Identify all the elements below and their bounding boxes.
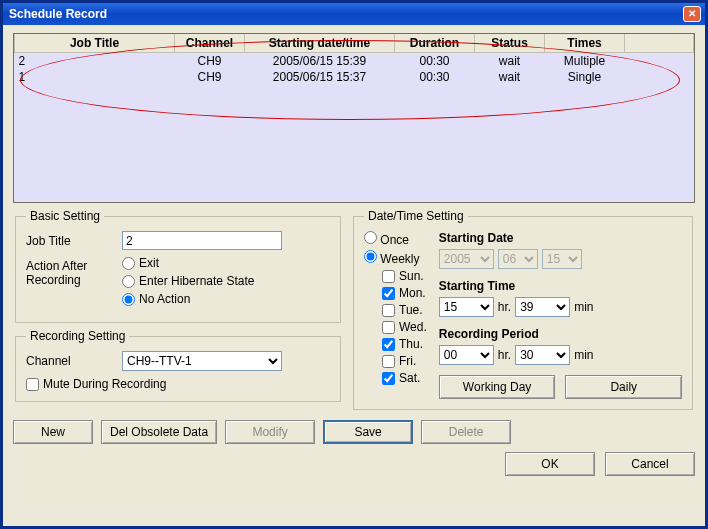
chk-tue[interactable]: Tue. [382,303,427,317]
col-channel[interactable]: Channel [175,34,245,53]
schedule-table: Job Title Channel Starting date/time Dur… [13,33,695,203]
action-after-label: Action After Recording [26,256,116,287]
chk-wed[interactable]: Wed. [382,320,427,334]
cell-duration: 00:30 [395,53,475,70]
minute-select[interactable]: 39 [515,297,570,317]
cell-job-title: 1 [15,69,175,85]
content-area: Job Title Channel Starting date/time Dur… [3,25,705,526]
cell-status: wait [475,53,545,70]
table-row[interactable]: 1 CH9 2005/06/15 15:37 00:30 wait Single [15,69,694,85]
window-title: Schedule Record [7,7,683,21]
hour-select[interactable]: 15 [439,297,494,317]
radio-no-action[interactable]: No Action [122,292,254,306]
year-select: 2005 [439,249,494,269]
cell-channel: CH9 [175,69,245,85]
cell-channel: CH9 [175,53,245,70]
chk-fri[interactable]: Fri. [382,354,427,368]
titlebar: Schedule Record ✕ [3,3,705,25]
del-obsolete-button[interactable]: Del Obsolete Data [101,420,217,444]
basic-setting-group: Basic Setting Job Title Action After Rec… [15,209,341,323]
daily-button[interactable]: Daily [565,375,682,399]
recording-period-label: Recording Period [439,327,682,341]
col-job-title[interactable]: Job Title [15,34,175,53]
ok-button[interactable]: OK [505,452,595,476]
min-label-2: min [574,348,593,362]
cell-status: wait [475,69,545,85]
chk-mon[interactable]: Mon. [382,286,427,300]
radio-weekly[interactable]: Weekly [364,250,427,266]
chk-sat[interactable]: Sat. [382,371,427,385]
radio-once[interactable]: Once [364,231,427,247]
window: Schedule Record ✕ Job Title Channel Star… [0,0,708,529]
channel-select[interactable]: CH9--TTV-1 [122,351,282,371]
period-min-select[interactable]: 30 [515,345,570,365]
cell-job-title: 2 [15,53,175,70]
col-spacer [625,34,694,53]
day-select: 15 [542,249,582,269]
cell-times: Multiple [545,53,625,70]
radio-exit[interactable]: Exit [122,256,254,270]
working-day-button[interactable]: Working Day [439,375,556,399]
col-times[interactable]: Times [545,34,625,53]
month-select: 06 [498,249,538,269]
col-duration[interactable]: Duration [395,34,475,53]
recording-setting-group: Recording Setting Channel CH9--TTV-1 Mut… [15,329,341,402]
starting-time-label: Starting Time [439,279,682,293]
table-row[interactable]: 2 CH9 2005/06/15 15:39 00:30 wait Multip… [15,53,694,70]
cell-starting: 2005/06/15 15:37 [245,69,395,85]
radio-hibernate[interactable]: Enter Hibernate State [122,274,254,288]
basic-legend: Basic Setting [26,209,104,223]
mute-checkbox[interactable] [26,378,39,391]
delete-button: Delete [421,420,511,444]
col-starting[interactable]: Starting date/time [245,34,395,53]
close-icon[interactable]: ✕ [683,6,701,22]
cell-starting: 2005/06/15 15:39 [245,53,395,70]
cancel-button[interactable]: Cancel [605,452,695,476]
mute-label: Mute During Recording [43,377,166,391]
chk-thu[interactable]: Thu. [382,337,427,351]
col-status[interactable]: Status [475,34,545,53]
chk-sun[interactable]: Sun. [382,269,427,283]
min-label: min [574,300,593,314]
hr-label: hr. [498,300,511,314]
job-title-input[interactable] [122,231,282,250]
hr-label-2: hr. [498,348,511,362]
job-title-label: Job Title [26,231,116,248]
new-button[interactable]: New [13,420,93,444]
save-button[interactable]: Save [323,420,413,444]
period-hr-select[interactable]: 00 [439,345,494,365]
recording-legend: Recording Setting [26,329,129,343]
channel-label: Channel [26,351,116,368]
cell-times: Single [545,69,625,85]
starting-date-label: Starting Date [439,231,682,245]
modify-button: Modify [225,420,315,444]
datetime-setting-group: Date/Time Setting Once Weekly Sun. Mon. … [353,209,693,410]
cell-duration: 00:30 [395,69,475,85]
datetime-legend: Date/Time Setting [364,209,468,223]
